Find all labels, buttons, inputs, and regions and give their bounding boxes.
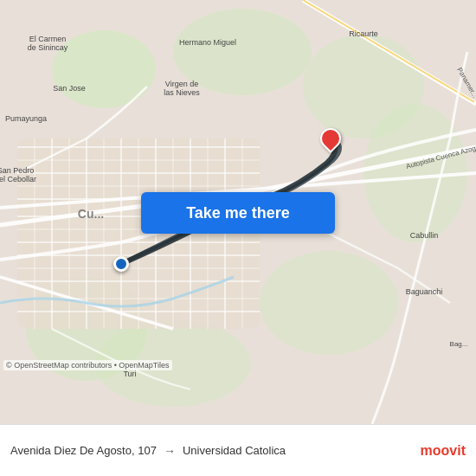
- svg-text:San Pedro: San Pedro: [0, 166, 34, 175]
- map-container: El Carmen de Sinincay San Jose Pumayunga…: [0, 0, 476, 424]
- svg-point-1: [52, 30, 156, 108]
- logo-text: moovit: [421, 443, 466, 459]
- svg-text:Baguanchi: Baguanchi: [406, 287, 443, 296]
- svg-text:El Carmen: El Carmen: [29, 35, 67, 43]
- svg-text:Ricaurte: Ricaurte: [349, 29, 378, 38]
- svg-text:San Jose: San Jose: [53, 84, 86, 93]
- svg-text:Virgen de: Virgen de: [165, 80, 198, 88]
- svg-text:de Sinincay: de Sinincay: [28, 43, 68, 52]
- moovit-logo: moovit: [421, 443, 466, 459]
- svg-text:Turi: Turi: [123, 370, 136, 378]
- svg-point-5: [260, 251, 398, 355]
- svg-text:las Nieves: las Nieves: [164, 88, 200, 97]
- origin-label: Avenida Diez De Agosto, 107: [10, 444, 157, 457]
- footer-bar: Avenida Diez De Agosto, 107 → Universida…: [0, 424, 476, 476]
- route-arrow: →: [164, 444, 176, 458]
- origin-pin: [113, 256, 129, 272]
- destination-label: Universidad Catolica: [183, 444, 286, 457]
- route-info: Avenida Diez De Agosto, 107 → Universida…: [10, 444, 421, 458]
- svg-text:Pumayunga: Pumayunga: [5, 114, 47, 123]
- svg-text:Bag...: Bag...: [450, 340, 468, 348]
- svg-text:Cu...: Cu...: [78, 207, 104, 221]
- svg-text:Cabullin: Cabullin: [410, 231, 439, 240]
- map-attribution: © OpenStreetMap contributors • OpenMapTi…: [3, 360, 172, 370]
- svg-text:del Cebollar: del Cebollar: [0, 175, 36, 183]
- svg-text:Hermano Miguel: Hermano Miguel: [179, 38, 236, 47]
- destination-pin: [320, 128, 341, 149]
- take-me-there-button[interactable]: Take me there: [141, 192, 335, 234]
